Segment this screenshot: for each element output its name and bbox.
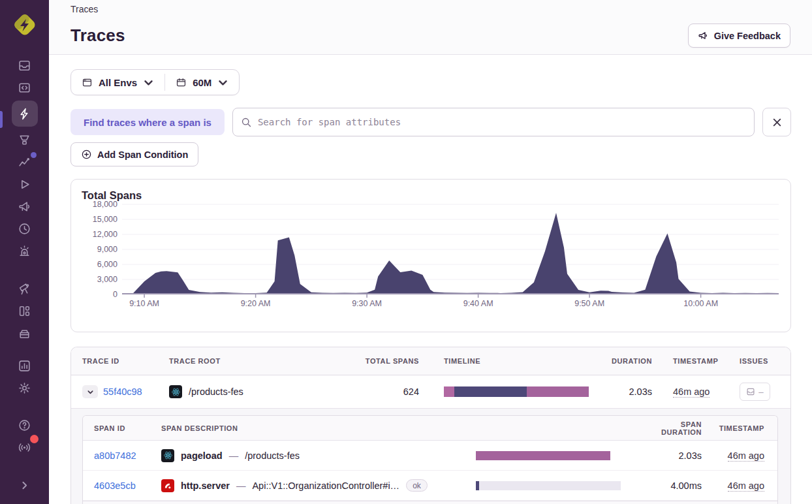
timeline-segment bbox=[527, 386, 589, 397]
span-separator: — bbox=[229, 450, 239, 461]
timeline-segment bbox=[454, 386, 527, 397]
window-icon bbox=[82, 77, 93, 88]
span-duration-bar-0 bbox=[476, 451, 621, 460]
y-tick-label: 9,000 bbox=[97, 245, 117, 254]
environment-filter-label: All Envs bbox=[99, 77, 137, 88]
next-row-strip bbox=[83, 501, 777, 504]
total-spans-value: 624 bbox=[364, 386, 429, 397]
trace-expanded-section: Span ID Span Description Span Duration T… bbox=[71, 408, 790, 504]
col-span-description: Span Description bbox=[161, 424, 476, 432]
help-icon[interactable] bbox=[12, 414, 38, 436]
whats-new-notification-dot bbox=[30, 435, 39, 443]
col-trace-id: Trace ID bbox=[71, 357, 169, 365]
span-description: /products-fes bbox=[245, 450, 300, 461]
clear-search-button[interactable] bbox=[762, 108, 791, 136]
give-feedback-label: Give Feedback bbox=[714, 31, 781, 41]
col-timestamp: Timestamp bbox=[663, 357, 740, 365]
span-timestamp[interactable]: 46m ago bbox=[728, 450, 764, 462]
trace-id-link[interactable]: 55f40c98 bbox=[103, 386, 142, 397]
x-tick-label: 9:10 AM bbox=[129, 299, 159, 308]
stats-icon[interactable] bbox=[12, 354, 38, 377]
search-input[interactable] bbox=[258, 117, 746, 127]
timeline-segment bbox=[444, 386, 454, 397]
x-tick-label: 9:40 AM bbox=[463, 299, 493, 308]
insights-notification-dot bbox=[31, 152, 37, 158]
col-trace-root: Trace Root bbox=[169, 357, 364, 365]
spans-table-header: Span ID Span Description Span Duration T… bbox=[83, 416, 777, 441]
span-op: pageload bbox=[181, 450, 223, 461]
ruby-icon bbox=[161, 479, 174, 492]
col-span-id: Span ID bbox=[83, 424, 161, 432]
add-circle-icon bbox=[81, 149, 92, 160]
whats-new-icon[interactable] bbox=[12, 436, 38, 458]
x-tick-label: 9:20 AM bbox=[241, 299, 271, 308]
span-id-link[interactable]: a80b7482 bbox=[94, 450, 136, 461]
y-tick-label: 15,000 bbox=[93, 215, 117, 224]
collapse-sidebar-icon[interactable] bbox=[12, 474, 38, 496]
issues-icon[interactable] bbox=[12, 54, 38, 76]
breadcrumb[interactable]: Traces bbox=[70, 3, 790, 14]
span-duration: 4.00ms bbox=[639, 480, 712, 491]
span-status-badge: ok bbox=[406, 479, 428, 492]
environment-filter[interactable]: All Envs bbox=[71, 70, 164, 95]
chart-plot bbox=[122, 203, 779, 295]
settings-icon[interactable] bbox=[12, 377, 38, 399]
y-tick-label: 0 bbox=[113, 290, 117, 299]
span-row[interactable]: a80b7482 pageload — /products-fes 2.03s bbox=[83, 441, 777, 471]
time-range-filter-label: 60M bbox=[193, 77, 211, 88]
trace-root-name: /products-fes bbox=[189, 386, 243, 397]
col-duration: Duration bbox=[601, 357, 663, 365]
chevron-down-icon bbox=[87, 388, 94, 396]
col-issues: Issues bbox=[740, 357, 790, 365]
discover-icon[interactable] bbox=[12, 277, 38, 300]
span-search-box[interactable] bbox=[232, 108, 755, 136]
app-window: Traces Traces Give Feedback All Envs bbox=[0, 0, 812, 504]
crons-icon[interactable] bbox=[12, 217, 38, 240]
trace-issues-count: – bbox=[758, 387, 763, 397]
span-row[interactable]: 4603e5cb http.server — Api::V1::Organiza… bbox=[83, 471, 777, 501]
add-span-condition-button[interactable]: Add Span Condition bbox=[70, 142, 198, 166]
trace-issues-button[interactable]: – bbox=[740, 383, 770, 401]
y-tick-label: 12,000 bbox=[93, 230, 117, 239]
span-duration-bar-1 bbox=[476, 481, 621, 490]
total-spans-chart-panel: Total Spans 03,0006,0009,00012,00015,000… bbox=[70, 179, 791, 332]
find-traces-badge: Find traces where a span is bbox=[70, 109, 225, 135]
time-range-filter[interactable]: 60M bbox=[165, 70, 239, 95]
span-separator: — bbox=[236, 480, 246, 491]
megaphone-icon bbox=[698, 30, 709, 41]
page-title: Traces bbox=[70, 25, 125, 46]
traces-table: Trace ID Trace Root Total Spans Timeline… bbox=[70, 347, 791, 504]
x-tick-label: 9:30 AM bbox=[352, 299, 382, 308]
page-header: Traces Traces Give Feedback bbox=[49, 0, 812, 55]
span-timestamp[interactable]: 46m ago bbox=[728, 480, 764, 492]
chevron-down-icon bbox=[217, 77, 228, 88]
dashboards-icon[interactable] bbox=[12, 300, 38, 322]
explore-traces-icon[interactable] bbox=[12, 101, 38, 127]
search-icon bbox=[241, 117, 252, 128]
feedback-icon[interactable] bbox=[12, 195, 38, 217]
traces-table-header: Trace ID Trace Root Total Spans Timeline… bbox=[71, 347, 790, 375]
y-tick-label: 18,000 bbox=[93, 200, 117, 209]
chart-x-axis: 9:10 AM9:20 AM9:30 AM9:40 AM9:50 AM10:00… bbox=[122, 295, 779, 312]
replays-icon[interactable] bbox=[12, 173, 38, 195]
span-bar-fill bbox=[476, 451, 610, 460]
profiling-icon[interactable] bbox=[12, 129, 38, 151]
trace-timestamp[interactable]: 46m ago bbox=[673, 386, 710, 398]
span-description: Api::V1::OrganizationController#i… bbox=[252, 480, 399, 491]
spans-table: Span ID Span Description Span Duration T… bbox=[82, 415, 778, 504]
give-feedback-button[interactable]: Give Feedback bbox=[688, 24, 790, 48]
chart-title: Total Spans bbox=[82, 189, 779, 202]
span-duration: 2.03s bbox=[639, 450, 712, 461]
collapse-trace-button[interactable] bbox=[82, 385, 98, 398]
sentry-logo[interactable] bbox=[11, 11, 39, 39]
span-id-link[interactable]: 4603e5cb bbox=[94, 480, 136, 491]
x-tick-label: 10:00 AM bbox=[683, 299, 718, 308]
projects-icon[interactable] bbox=[12, 76, 38, 99]
react-icon bbox=[169, 385, 182, 398]
col-span-timestamp: Timestamp bbox=[712, 424, 777, 432]
insights-icon[interactable] bbox=[12, 151, 38, 173]
trace-row[interactable]: 55f40c98 /products-fes 624 2.03s 46m ago bbox=[71, 375, 790, 408]
alerts-icon[interactable] bbox=[12, 240, 38, 262]
active-nav-indicator bbox=[0, 111, 3, 128]
releases-icon[interactable] bbox=[12, 322, 38, 344]
